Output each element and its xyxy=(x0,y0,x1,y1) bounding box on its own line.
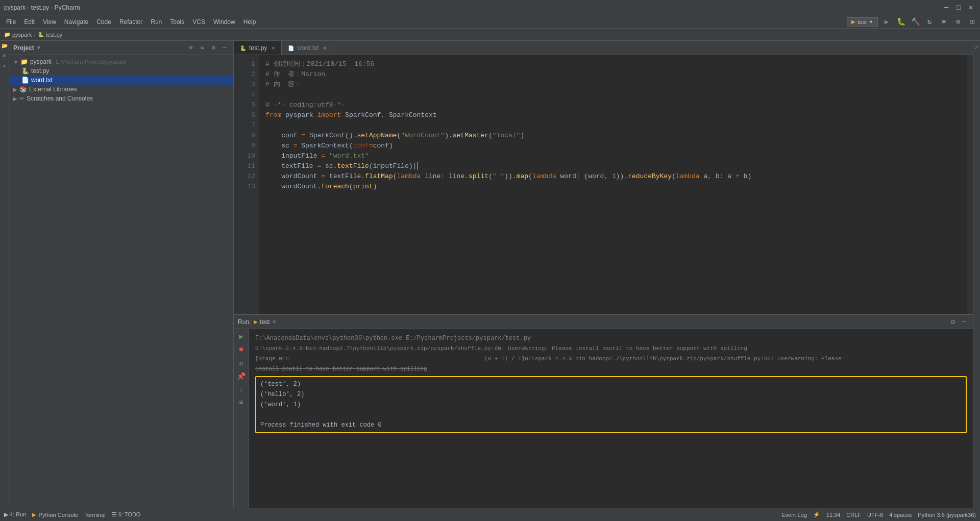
line-ending-btn[interactable]: CRLF xyxy=(846,512,861,518)
minimize-panel-btn[interactable]: ─ xyxy=(220,43,229,53)
run-scroll-btn[interactable]: ↓ xyxy=(236,384,247,394)
tree-label-external: External Libraries xyxy=(29,86,77,93)
project-tree: ▼ 📁 pyspark E:\PycharmProjects\pyspark 🐍… xyxy=(9,55,233,508)
run-minimize-btn[interactable]: ─ xyxy=(960,317,969,327)
tree-item-pyspark-root[interactable]: ▼ 📁 pyspark E:\PycharmProjects\pyspark xyxy=(9,57,233,66)
time-label: 11:34 xyxy=(826,512,841,518)
indent-label: 4 spaces xyxy=(889,512,912,518)
menu-file[interactable]: File xyxy=(2,17,20,27)
structure-icon[interactable]: ≡ xyxy=(3,53,6,59)
run-label: Run: xyxy=(238,318,251,326)
run-tab[interactable]: ▶ test ✕ xyxy=(254,318,276,326)
menu-edit[interactable]: Edit xyxy=(20,17,39,27)
run-settings-btn[interactable]: ⚙ xyxy=(948,317,958,327)
tree-item-wordtxt[interactable]: 📄 word.txt xyxy=(9,76,233,85)
todo-btn[interactable]: ☰ 6: TODO xyxy=(112,511,141,518)
run-output-stage: [Stage 0:> (0 + 1) / 1]G:\spark-2.4.3-bi… xyxy=(255,354,967,364)
reload-button[interactable]: ↻ xyxy=(924,16,935,28)
run-play-btn[interactable]: ▶ xyxy=(236,331,247,341)
more-button[interactable]: ≡ xyxy=(938,16,949,28)
tree-item-testpy[interactable]: 🐍 test.py xyxy=(9,66,233,76)
locate-btn[interactable]: ⊕ xyxy=(186,43,195,53)
terminal-btn[interactable]: Terminal xyxy=(84,512,106,518)
status-right: Event Log ⚡ 11:34 CRLF UTF-8 4 spaces Py… xyxy=(781,511,976,518)
tab-close-wordtxt[interactable]: ✕ xyxy=(323,45,327,51)
coverage-button[interactable]: ⊙ xyxy=(952,16,964,28)
status-left: ▶ 4: Run ▶ Python Console Terminal ☰ 6: … xyxy=(4,511,140,518)
tab-label-wordtxt: word.txt xyxy=(297,44,318,52)
tab-label-testpy: test.py xyxy=(249,44,267,52)
tab-testpy[interactable]: 🐍 test.py ✕ xyxy=(234,41,282,55)
breadcrumb-file[interactable]: test.py xyxy=(46,32,62,38)
run-left-toolbar: ▶ ■ ↻ 📌 ↓ ≡ xyxy=(234,329,249,508)
breadcrumb-folder-icon: 📁 xyxy=(4,32,10,37)
menu-refactor[interactable]: Refactor xyxy=(115,17,146,27)
run-status-label: ▶ 4: Run xyxy=(4,511,26,518)
event-log-btn[interactable]: Event Log xyxy=(781,512,807,518)
tree-label-wordtxt: word.txt xyxy=(31,77,53,84)
python-console-btn[interactable]: ▶ Python Console xyxy=(32,512,78,518)
project-actions: ⊕ ⇆ ⚙ ─ xyxy=(186,43,229,53)
tree-arrow-icon: ▼ xyxy=(13,59,18,65)
breadcrumb: 📁 pyspark / 🐍 test.py xyxy=(4,32,62,38)
run-exit-code: Process finished with exit code 0 xyxy=(260,420,962,430)
tree-item-external[interactable]: ▶ 📚 External Libraries xyxy=(9,85,233,94)
python-console-icon: ▶ xyxy=(32,512,36,517)
encoding-btn[interactable]: UTF-8 xyxy=(867,512,883,518)
settings-btn[interactable]: ⚙ xyxy=(209,43,218,53)
menu-vcs[interactable]: VCS xyxy=(188,17,209,27)
run-stop-btn[interactable]: ■ xyxy=(236,344,247,355)
breadcrumb-file-icon: 🐍 xyxy=(38,32,44,37)
menu-help[interactable]: Help xyxy=(239,17,260,27)
build-button[interactable]: 🔨 xyxy=(910,16,921,28)
profile-button[interactable]: ⊡ xyxy=(967,16,978,28)
tree-folder-icon: 📁 xyxy=(20,58,28,65)
run-tab-icon: ▶ xyxy=(254,319,258,325)
menu-code[interactable]: Code xyxy=(92,17,115,27)
menu-navigate[interactable]: Navigate xyxy=(60,17,92,27)
favorites-icon[interactable]: ★ xyxy=(3,63,6,69)
menu-run[interactable]: Run xyxy=(146,17,166,27)
tab-wordtxt[interactable]: 📄 word.txt ✕ xyxy=(282,41,333,55)
run-tab-name: test xyxy=(260,318,270,326)
right-gutter: ✓ xyxy=(973,41,980,508)
run-config-dropdown[interactable]: ▶ test ▼ xyxy=(847,17,878,27)
run-rerun-btn[interactable]: ↻ xyxy=(236,358,247,368)
tab-close-testpy[interactable]: ✕ xyxy=(271,45,275,51)
menu-window[interactable]: Window xyxy=(209,17,239,27)
project-title: Project ▼ xyxy=(13,44,41,52)
menu-bar: File Edit View Navigate Code Refactor Ru… xyxy=(0,15,980,29)
menu-tools[interactable]: Tools xyxy=(166,17,188,27)
run-config-label: test xyxy=(857,19,867,25)
project-panel: Project ▼ ⊕ ⇆ ⚙ ─ ▼ 📁 pyspark E:\Pycharm… xyxy=(9,41,234,508)
python-version-btn[interactable]: Python 3.6 (pyspark36) xyxy=(918,512,976,518)
status-bar: ▶ 4: Run ▶ Python Console Terminal ☰ 6: … xyxy=(0,508,980,521)
breadcrumb-sep: / xyxy=(34,32,36,38)
run-button[interactable]: ▶ xyxy=(881,16,892,28)
code-content[interactable]: # 创建时间：2021/10/15 16:56 # 作 者：Marson # 内… xyxy=(259,55,967,314)
editor-area: 1234 5678 910111213 # 创建时间：2021/10/15 16… xyxy=(234,55,973,314)
indent-btn[interactable]: 4 spaces xyxy=(889,512,912,518)
close-btn[interactable]: ✕ xyxy=(966,3,976,13)
tree-txt-icon: 📄 xyxy=(21,77,29,84)
run-status-btn[interactable]: ▶ 4: Run xyxy=(4,511,26,518)
menu-view[interactable]: View xyxy=(39,17,60,27)
maximize-btn[interactable]: □ xyxy=(953,3,964,13)
run-pin-btn[interactable]: 📌 xyxy=(236,371,247,381)
inspection-ok-icon: ✓ xyxy=(974,43,978,52)
run-tab-close[interactable]: ✕ xyxy=(272,319,276,325)
project-dropdown-icon[interactable]: ▼ xyxy=(36,45,41,51)
tree-py-icon: 🐍 xyxy=(21,67,29,75)
breadcrumb-project[interactable]: pyspark xyxy=(12,32,32,38)
minimize-btn[interactable]: ─ xyxy=(941,3,951,13)
run-output-warn2: install psutil to have better support wi… xyxy=(255,364,967,374)
run-filter-btn[interactable]: ≡ xyxy=(236,398,247,408)
run-output-highlight-box: ('test', 2) ('hello', 2) ('word', 1) Pro… xyxy=(255,376,967,433)
window-controls[interactable]: ─ □ ✕ xyxy=(941,3,976,13)
tree-item-scratches[interactable]: ▶ ✏ Scratches and Consoles xyxy=(9,94,233,103)
tree-scratch-icon: ✏ xyxy=(19,95,24,102)
collapse-btn[interactable]: ⇆ xyxy=(198,43,207,53)
project-icon[interactable]: 📂 xyxy=(2,43,8,49)
editor-scrollbar[interactable] xyxy=(967,55,973,314)
debug-button[interactable]: 🐛 xyxy=(895,16,906,28)
